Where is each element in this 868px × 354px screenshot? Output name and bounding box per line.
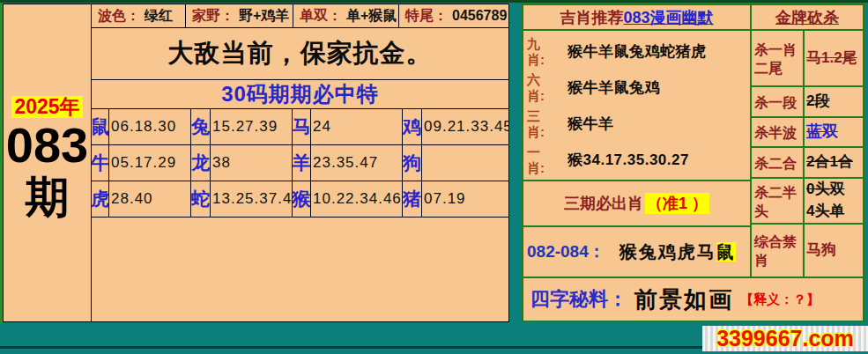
year-label: 2025年: [11, 96, 82, 118]
zodiac-number-table: 鼠 06.18.30 兔 15.27.39 马 24 鸡 09.21.33.45…: [92, 109, 508, 218]
one-xiao-label: 一肖:: [527, 144, 550, 175]
xiao-recommend-column: 九肖: 猴牛羊鼠兔鸡蛇猪虎 六肖: 猴牛羊鼠兔鸡 三肖: 猴牛羊 一肖: 猴34…: [523, 31, 752, 277]
secret-value: 前景如画: [634, 284, 733, 315]
kill-two-combine-label: 杀二合: [752, 148, 805, 177]
secret-label: 四字秘料：: [530, 286, 627, 313]
zodiac-numbers: 07.19: [422, 181, 508, 218]
recommend-panel: 吉肖推荐 083漫画幽默 金牌砍杀 九肖: 猴牛羊鼠兔鸡蛇猪虎 六肖: 猴牛羊鼠…: [522, 4, 864, 322]
one-xiao-value: 猴34.17.35.30.27: [550, 150, 689, 170]
three-period-row: 三期必出肖 （准1 ）: [523, 181, 750, 227]
info-cell-special-tail: 特尾： 0456789: [399, 4, 508, 27]
issue-column: 2025年 083 期: [4, 4, 92, 321]
zodiac-numbers: 10.22.34.46: [311, 181, 403, 218]
three-xiao-label: 三肖:: [527, 108, 550, 139]
zodiac-numbers: 23.35.47: [311, 145, 403, 181]
zodiac-char: 猴: [293, 181, 311, 218]
secret-meaning-note: 【释义：？】: [740, 291, 820, 308]
three-xiao-value: 猴牛羊: [550, 114, 614, 134]
info-row: 波色： 绿红 家野： 野+鸡羊 单双： 单+猴鼠 特尾： 0456789: [92, 4, 508, 28]
recommend-panel-header: 吉肖推荐 083漫画幽默 金牌砍杀: [523, 5, 863, 31]
odd-even-value: 单+猴鼠: [346, 7, 397, 26]
zodiac-numbers: 38: [211, 145, 293, 181]
kill-header-cell: 金牌砍杀: [752, 5, 863, 29]
info-cell-home-wild: 家野： 野+鸡羊: [186, 4, 293, 27]
nine-xiao-row: 九肖: 猴牛羊鼠兔鸡蛇猪虎: [527, 33, 750, 70]
three-period-accuracy-badge: （准1 ）: [645, 193, 709, 214]
zodiac-numbers: [422, 145, 508, 181]
wave-color-label: 波色：: [98, 7, 140, 26]
zodiac-char: 龙: [191, 145, 211, 181]
zodiac-numbers: 24: [311, 109, 403, 145]
zodiac-numbers: 15.27.39: [211, 109, 293, 145]
zodiac-numbers: 05.17.29: [109, 145, 191, 181]
zodiac-char: 马: [293, 109, 311, 145]
slogan-text: 大敌当前，保家抗金。: [92, 28, 508, 80]
zodiac-char: 蛇: [191, 181, 211, 218]
main-panel: 2025年 083 期 波色： 绿红 家野： 野+鸡羊 单双： 单+猴鼠 特: [3, 4, 509, 322]
kill-row-two-half-head: 杀二半头 0头双4头单: [752, 179, 863, 225]
zodiac-char: 兔: [191, 109, 211, 145]
special-tail-label: 特尾：: [405, 7, 448, 26]
zodiac-char: 虎: [92, 181, 109, 218]
kill-two-half-head-label: 杀二半头: [752, 179, 805, 223]
kill-one-segment-value: 2段: [806, 92, 829, 110]
kill-row-two-combine: 杀二合 2合1合: [752, 148, 863, 179]
site-url[interactable]: 3399667.com: [716, 326, 854, 351]
three-period-label: 三期必出肖: [564, 193, 643, 214]
three-xiao-row: 三肖: 猴牛羊: [527, 106, 750, 142]
issue-number: 083: [6, 120, 88, 172]
odd-even-label: 单双：: [300, 7, 342, 26]
kill-two-combine-value: 2合1合: [806, 153, 853, 171]
one-xiao-row: 一肖: 猴34.17.35.30.27: [527, 142, 750, 178]
zodiac-char: 鸡: [403, 109, 422, 145]
zodiac-numbers: 28.40: [109, 181, 191, 218]
site-watermark-box: 3399667.com: [702, 326, 868, 351]
main-panel-body: 波色： 绿红 家野： 野+鸡羊 单双： 单+猴鼠 特尾： 0456789 大敌当…: [92, 4, 508, 321]
kill-one-xiao-two-tail-label: 杀一肖二尾: [752, 31, 805, 85]
issue-range-value-main: 猴兔鸡虎马: [619, 242, 716, 262]
issue-range-value: 猴兔鸡虎马鼠: [619, 240, 736, 264]
zodiac-char: 鼠: [92, 109, 109, 145]
kill-one-xiao-two-tail-value: 马1.2尾: [806, 49, 857, 67]
info-cell-odd-even: 单双： 单+猴鼠: [293, 4, 399, 27]
top-border-line: [0, 0, 868, 3]
xiao-rows-area: 九肖: 猴牛羊鼠兔鸡蛇猪虎 六肖: 猴牛羊鼠兔鸡 三肖: 猴牛羊 一肖: 猴34…: [523, 31, 750, 181]
special-tail-value: 0456789: [452, 8, 507, 24]
six-xiao-row: 六肖: 猴牛羊鼠兔鸡: [527, 70, 750, 106]
recommend-header-prefix: 吉肖推荐: [560, 7, 623, 28]
nine-xiao-value: 猴牛羊鼠兔鸡蛇猪虎: [550, 41, 707, 62]
forbidden-xiao-label: 综合禁肖: [752, 225, 805, 277]
zodiac-numbers: 09.21.33.45: [422, 109, 508, 145]
issue-unit-label: 期: [26, 173, 70, 222]
info-cell-wave-color: 波色： 绿红: [92, 4, 186, 27]
home-wild-label: 家野：: [192, 7, 234, 26]
home-wild-value: 野+鸡羊: [239, 7, 289, 26]
zodiac-char: 羊: [293, 145, 311, 181]
comic-humor-link[interactable]: 083漫画幽默: [623, 7, 713, 28]
zodiac-numbers: 06.18.30: [109, 109, 191, 145]
zodiac-char: 猪: [403, 181, 422, 218]
empty-notes-area: [92, 218, 508, 321]
kill-column: 杀一肖二尾 马1.2尾 杀一段 2段 杀半波 蓝双 杀二合 2合1合 杀二半头: [752, 31, 863, 277]
lottery-tip-sheet: 2025年 083 期 波色： 绿红 家野： 野+鸡羊 单双： 单+猴鼠 特: [0, 0, 868, 354]
six-xiao-label: 六肖:: [527, 72, 550, 103]
kill-half-wave-label: 杀半波: [752, 118, 805, 146]
subtitle-text: 30码期期必中特: [92, 80, 508, 109]
four-char-secret-row: 四字秘料： 前景如画 【释义：？】: [523, 277, 863, 321]
issue-range-label: 082-084：: [527, 240, 605, 263]
issue-range-row: 082-084： 猴兔鸡虎马鼠: [523, 227, 750, 277]
kill-row-one-segment: 杀一段 2段: [752, 87, 863, 118]
zodiac-char: 狗: [403, 145, 422, 181]
kill-row-one-xiao-two-tail: 杀一肖二尾 马1.2尾: [752, 31, 863, 87]
kill-two-half-head-value-rest: 4头单: [806, 203, 844, 220]
kill-row-half-wave: 杀半波 蓝双: [752, 118, 863, 148]
six-xiao-value: 猴牛羊鼠兔鸡: [550, 77, 660, 98]
zodiac-numbers: 13.25.37.49: [211, 181, 293, 218]
zodiac-char: 牛: [92, 145, 109, 181]
kill-two-half-head-value-struck: 0头双: [806, 181, 844, 198]
kill-one-segment-label: 杀一段: [752, 87, 805, 116]
recommend-panel-body: 九肖: 猴牛羊鼠兔鸡蛇猪虎 六肖: 猴牛羊鼠兔鸡 三肖: 猴牛羊 一肖: 猴34…: [523, 31, 863, 277]
wave-color-value: 绿红: [145, 7, 173, 26]
kill-half-wave-value: 蓝双: [806, 122, 838, 142]
kill-row-forbidden-xiao: 综合禁肖 马狗: [752, 225, 863, 277]
